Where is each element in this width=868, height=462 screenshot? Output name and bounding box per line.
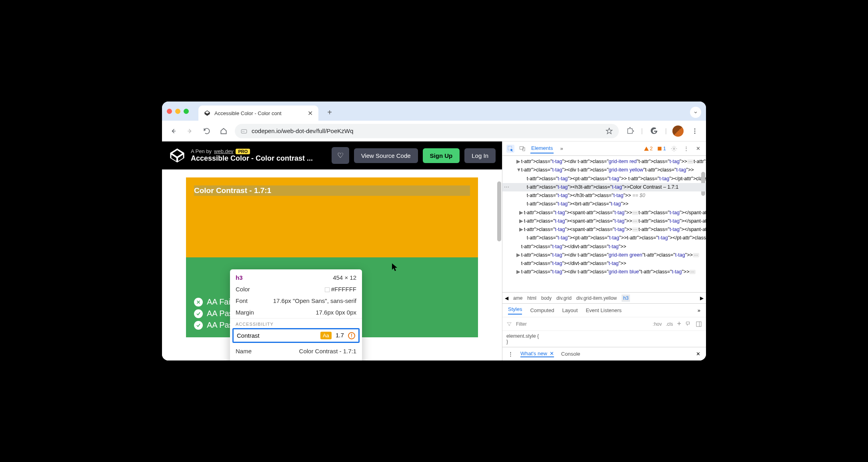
styles-tab-styles[interactable]: Styles bbox=[508, 306, 522, 315]
drawer-menu-button[interactable]: ⋮ bbox=[508, 351, 513, 357]
styles-filter-input[interactable] bbox=[516, 321, 649, 327]
breadcrumb-item[interactable]: div.grid-item.yellow bbox=[576, 295, 617, 301]
bookmark-button[interactable] bbox=[605, 127, 613, 135]
tabs-dropdown-button[interactable] bbox=[690, 107, 701, 118]
dom-tree[interactable]: ▶t-attr">class="t-tag"><div t-attr">clas… bbox=[502, 156, 706, 292]
check-circle-icon bbox=[194, 309, 203, 318]
styles-tab-layout[interactable]: Layout bbox=[562, 307, 578, 313]
color-swatch-icon bbox=[325, 287, 330, 292]
sign-up-button[interactable]: Sign Up bbox=[423, 148, 460, 163]
log-in-button[interactable]: Log In bbox=[464, 148, 496, 163]
filter-icon bbox=[506, 321, 512, 327]
dom-line[interactable]: t-attr">class="t-tag"><pt-attr">class="t… bbox=[502, 175, 706, 183]
dom-line[interactable]: ▶t-attr">class="t-tag"><div t-attr">clas… bbox=[502, 251, 706, 259]
heart-button[interactable]: ♡ bbox=[332, 147, 349, 164]
svg-point-2 bbox=[244, 131, 244, 132]
warning-icon: ! bbox=[348, 332, 355, 339]
dom-line[interactable]: ▶t-attr">class="t-tag"><spant-attr">clas… bbox=[502, 209, 706, 217]
new-tab-button[interactable]: + bbox=[324, 107, 335, 118]
breadcrumb-left-button[interactable]: ◀ bbox=[505, 295, 508, 301]
brush-icon[interactable] bbox=[685, 321, 692, 327]
reload-button[interactable] bbox=[201, 125, 212, 137]
styles-body[interactable]: element.style { } bbox=[502, 331, 706, 347]
url-text: codepen.io/web-dot-dev/full/PoeKzWq bbox=[252, 127, 353, 134]
profile-avatar[interactable] bbox=[672, 125, 684, 137]
hov-toggle[interactable]: :hov bbox=[653, 321, 662, 327]
browser-tab[interactable]: Accessible Color - Color cont ✕ bbox=[198, 106, 318, 121]
codepen-icon bbox=[204, 110, 210, 116]
tooltip-contrast-value-group: Aa 1.7 ! bbox=[320, 332, 355, 339]
close-drawer-tab-button[interactable]: ✕ bbox=[550, 350, 554, 356]
more-tabs-button[interactable]: » bbox=[558, 145, 566, 153]
tooltip-margin-value: 17.6px 0px 0px bbox=[316, 309, 356, 316]
dom-line[interactable]: ⋯ t-attr">class="t-tag"><h3t-attr">class… bbox=[502, 183, 706, 191]
panel-layout-icon[interactable] bbox=[696, 321, 702, 327]
breadcrumb-item[interactable]: html bbox=[527, 295, 536, 301]
tooltip-margin-label: Margin bbox=[236, 309, 254, 316]
tooltip-font-label: Font bbox=[236, 297, 248, 304]
warnings-badge[interactable]: 2 bbox=[644, 145, 653, 151]
devtools-menu-button[interactable]: ⋮ bbox=[682, 145, 690, 153]
cursor-icon bbox=[392, 263, 398, 271]
close-window-button[interactable] bbox=[167, 109, 172, 114]
yellow-grid-item: Color Contrast - 1.7:1 bbox=[186, 177, 478, 257]
tooltip-a11y-label: ACCESSIBILITY bbox=[230, 318, 362, 328]
more-styles-tabs-button[interactable]: » bbox=[698, 307, 700, 313]
dom-line[interactable]: ▶t-attr">class="t-tag"><spant-attr">clas… bbox=[502, 217, 706, 225]
close-drawer-button[interactable]: ✕ bbox=[696, 351, 700, 357]
dom-line[interactable]: t-attr">class="t-tag"></h3t-attr">class=… bbox=[502, 191, 706, 200]
view-source-button[interactable]: View Source Code bbox=[354, 148, 418, 163]
forward-button[interactable] bbox=[184, 125, 196, 137]
content-area: A Pen by web.dev PRO Accessible Color - … bbox=[162, 141, 706, 360]
chevron-down-icon bbox=[693, 110, 698, 115]
breadcrumb-item[interactable]: body bbox=[541, 295, 552, 301]
devtools-toolbar: Elements » 2 1 ⋮ ✕ bbox=[502, 141, 706, 156]
dom-line[interactable]: ▶t-attr">class="t-tag"><div t-attr">clas… bbox=[502, 268, 706, 276]
maximize-window-button[interactable] bbox=[184, 109, 189, 114]
inspect-element-button[interactable] bbox=[506, 145, 514, 153]
pen-title: Accessible Color - Color contrast ... bbox=[191, 154, 327, 163]
codepen-logo-icon[interactable] bbox=[168, 147, 186, 164]
drawer-tab-what-s-new[interactable]: What's new✕ bbox=[520, 350, 554, 357]
close-tab-button[interactable]: ✕ bbox=[308, 110, 313, 117]
scrollbar-thumb[interactable] bbox=[497, 181, 501, 241]
styles-tabs: StylesComputedLayoutEvent Listeners» bbox=[502, 303, 706, 317]
arrow-left-icon bbox=[169, 127, 177, 135]
address-bar[interactable]: codepen.io/web-dot-dev/full/PoeKzWq bbox=[235, 124, 619, 138]
browser-menu-button[interactable] bbox=[689, 125, 700, 137]
check-circle-icon bbox=[194, 321, 203, 330]
cls-toggle[interactable]: .cls bbox=[666, 321, 673, 327]
dom-line[interactable]: t-attr">class="t-tag"></divt-attr">class… bbox=[502, 259, 706, 268]
dom-scrollbar[interactable] bbox=[700, 156, 706, 292]
issues-badge[interactable]: 1 bbox=[657, 145, 666, 151]
page-scrollbar[interactable] bbox=[496, 169, 502, 321]
google-account-button[interactable] bbox=[648, 125, 660, 137]
dom-line[interactable]: t-attr">class="t-tag"><brt-attr">class="… bbox=[502, 200, 706, 208]
site-info-icon[interactable] bbox=[240, 127, 248, 135]
device-toolbar-button[interactable] bbox=[518, 145, 526, 153]
new-style-rule-button[interactable]: + bbox=[677, 320, 681, 328]
drawer-tab-console[interactable]: Console bbox=[561, 351, 580, 357]
close-devtools-button[interactable]: ✕ bbox=[694, 145, 702, 153]
dom-breadcrumb[interactable]: ◀ amehtmlbodydiv.griddiv.grid-item.yello… bbox=[502, 292, 706, 303]
settings-button[interactable] bbox=[670, 145, 678, 153]
home-button[interactable] bbox=[218, 125, 229, 137]
breadcrumb-item[interactable]: div.grid bbox=[556, 295, 572, 301]
dom-line[interactable]: t-attr">class="t-tag"><pt-attr">class="t… bbox=[502, 234, 706, 242]
minimize-window-button[interactable] bbox=[175, 109, 180, 114]
styles-tab-event-listeners[interactable]: Event Listeners bbox=[586, 307, 622, 313]
dom-line[interactable]: ▶t-attr">class="t-tag"><div t-attr">clas… bbox=[502, 157, 706, 166]
dom-line[interactable]: ▼t-attr">class="t-tag"><div t-attr">clas… bbox=[502, 166, 706, 174]
breadcrumb-item[interactable]: h3 bbox=[622, 295, 630, 302]
tab-title: Accessible Color - Color cont bbox=[214, 110, 282, 116]
issue-flag-icon bbox=[657, 146, 662, 151]
extensions-button[interactable] bbox=[624, 125, 636, 137]
styles-tab-computed[interactable]: Computed bbox=[530, 307, 554, 313]
dom-line[interactable]: t-attr">class="t-tag"></divt-attr">class… bbox=[502, 243, 706, 251]
breadcrumb-item[interactable]: ame bbox=[513, 295, 522, 301]
breadcrumb-right-button[interactable]: ▶ bbox=[700, 295, 704, 301]
dom-line[interactable]: ▶t-attr">class="t-tag"><spant-attr">clas… bbox=[502, 225, 706, 234]
elements-tab[interactable]: Elements bbox=[530, 143, 554, 153]
back-button[interactable] bbox=[168, 125, 179, 137]
element-style-close: } bbox=[506, 339, 702, 345]
